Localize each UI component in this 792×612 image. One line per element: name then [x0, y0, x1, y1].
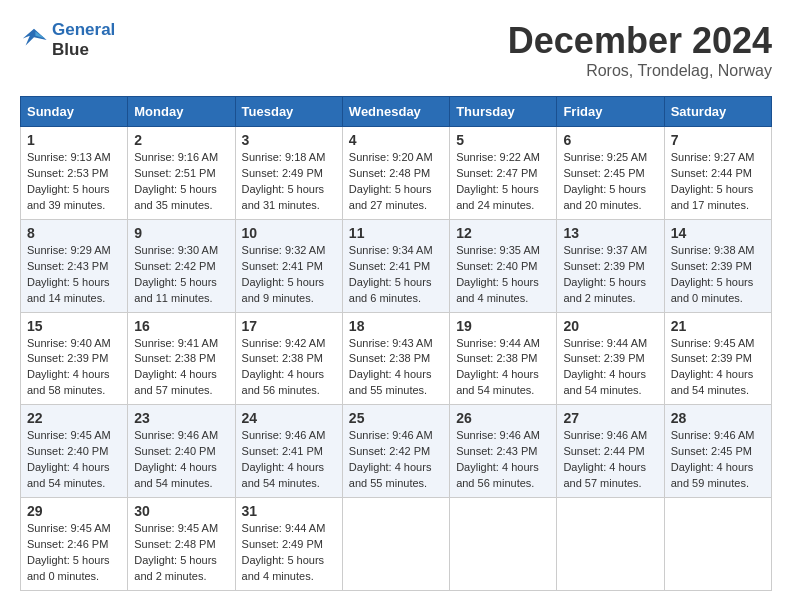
day-number: 8 [27, 225, 121, 241]
day-number: 11 [349, 225, 443, 241]
day-number: 5 [456, 132, 550, 148]
day-info: Sunrise: 9:20 AM Sunset: 2:48 PM Dayligh… [349, 150, 443, 214]
day-number: 23 [134, 410, 228, 426]
day-number: 30 [134, 503, 228, 519]
logo: General Blue [20, 20, 115, 61]
day-number: 18 [349, 318, 443, 334]
weekday-header-thursday: Thursday [450, 97, 557, 127]
day-info: Sunrise: 9:41 AM Sunset: 2:38 PM Dayligh… [134, 336, 228, 400]
day-info: Sunrise: 9:38 AM Sunset: 2:39 PM Dayligh… [671, 243, 765, 307]
day-info: Sunrise: 9:34 AM Sunset: 2:41 PM Dayligh… [349, 243, 443, 307]
calendar-cell: 5Sunrise: 9:22 AM Sunset: 2:47 PM Daylig… [450, 127, 557, 220]
calendar-cell: 6Sunrise: 9:25 AM Sunset: 2:45 PM Daylig… [557, 127, 664, 220]
weekday-header-wednesday: Wednesday [342, 97, 449, 127]
day-number: 6 [563, 132, 657, 148]
calendar-week-2: 8Sunrise: 9:29 AM Sunset: 2:43 PM Daylig… [21, 219, 772, 312]
day-info: Sunrise: 9:46 AM Sunset: 2:42 PM Dayligh… [349, 428, 443, 492]
weekday-header-saturday: Saturday [664, 97, 771, 127]
day-info: Sunrise: 9:32 AM Sunset: 2:41 PM Dayligh… [242, 243, 336, 307]
logo-icon [20, 26, 48, 54]
day-number: 17 [242, 318, 336, 334]
calendar-week-5: 29Sunrise: 9:45 AM Sunset: 2:46 PM Dayli… [21, 498, 772, 591]
calendar-week-3: 15Sunrise: 9:40 AM Sunset: 2:39 PM Dayli… [21, 312, 772, 405]
calendar-cell: 9Sunrise: 9:30 AM Sunset: 2:42 PM Daylig… [128, 219, 235, 312]
day-info: Sunrise: 9:46 AM Sunset: 2:44 PM Dayligh… [563, 428, 657, 492]
calendar-cell: 27Sunrise: 9:46 AM Sunset: 2:44 PM Dayli… [557, 405, 664, 498]
day-info: Sunrise: 9:46 AM Sunset: 2:41 PM Dayligh… [242, 428, 336, 492]
calendar-cell [664, 498, 771, 591]
calendar-cell: 1Sunrise: 9:13 AM Sunset: 2:53 PM Daylig… [21, 127, 128, 220]
day-number: 13 [563, 225, 657, 241]
weekday-header-friday: Friday [557, 97, 664, 127]
day-info: Sunrise: 9:45 AM Sunset: 2:40 PM Dayligh… [27, 428, 121, 492]
day-info: Sunrise: 9:46 AM Sunset: 2:43 PM Dayligh… [456, 428, 550, 492]
calendar-cell: 23Sunrise: 9:46 AM Sunset: 2:40 PM Dayli… [128, 405, 235, 498]
month-title: December 2024 [508, 20, 772, 62]
day-number: 7 [671, 132, 765, 148]
title-section: December 2024 Roros, Trondelag, Norway [508, 20, 772, 80]
day-number: 19 [456, 318, 550, 334]
day-info: Sunrise: 9:46 AM Sunset: 2:40 PM Dayligh… [134, 428, 228, 492]
day-number: 10 [242, 225, 336, 241]
day-info: Sunrise: 9:22 AM Sunset: 2:47 PM Dayligh… [456, 150, 550, 214]
day-number: 21 [671, 318, 765, 334]
calendar-table: SundayMondayTuesdayWednesdayThursdayFrid… [20, 96, 772, 591]
calendar-cell: 26Sunrise: 9:46 AM Sunset: 2:43 PM Dayli… [450, 405, 557, 498]
day-info: Sunrise: 9:16 AM Sunset: 2:51 PM Dayligh… [134, 150, 228, 214]
day-number: 24 [242, 410, 336, 426]
day-info: Sunrise: 9:40 AM Sunset: 2:39 PM Dayligh… [27, 336, 121, 400]
day-number: 9 [134, 225, 228, 241]
calendar-cell [450, 498, 557, 591]
calendar-cell: 21Sunrise: 9:45 AM Sunset: 2:39 PM Dayli… [664, 312, 771, 405]
day-number: 2 [134, 132, 228, 148]
calendar-cell: 24Sunrise: 9:46 AM Sunset: 2:41 PM Dayli… [235, 405, 342, 498]
calendar-cell: 8Sunrise: 9:29 AM Sunset: 2:43 PM Daylig… [21, 219, 128, 312]
calendar-cell: 3Sunrise: 9:18 AM Sunset: 2:49 PM Daylig… [235, 127, 342, 220]
calendar-cell: 29Sunrise: 9:45 AM Sunset: 2:46 PM Dayli… [21, 498, 128, 591]
day-info: Sunrise: 9:37 AM Sunset: 2:39 PM Dayligh… [563, 243, 657, 307]
weekday-header-tuesday: Tuesday [235, 97, 342, 127]
calendar-cell: 13Sunrise: 9:37 AM Sunset: 2:39 PM Dayli… [557, 219, 664, 312]
day-number: 4 [349, 132, 443, 148]
day-info: Sunrise: 9:29 AM Sunset: 2:43 PM Dayligh… [27, 243, 121, 307]
day-info: Sunrise: 9:44 AM Sunset: 2:38 PM Dayligh… [456, 336, 550, 400]
calendar-header-row: SundayMondayTuesdayWednesdayThursdayFrid… [21, 97, 772, 127]
day-number: 27 [563, 410, 657, 426]
calendar-week-1: 1Sunrise: 9:13 AM Sunset: 2:53 PM Daylig… [21, 127, 772, 220]
day-number: 26 [456, 410, 550, 426]
day-info: Sunrise: 9:44 AM Sunset: 2:39 PM Dayligh… [563, 336, 657, 400]
day-info: Sunrise: 9:27 AM Sunset: 2:44 PM Dayligh… [671, 150, 765, 214]
day-info: Sunrise: 9:45 AM Sunset: 2:48 PM Dayligh… [134, 521, 228, 585]
day-info: Sunrise: 9:25 AM Sunset: 2:45 PM Dayligh… [563, 150, 657, 214]
day-info: Sunrise: 9:46 AM Sunset: 2:45 PM Dayligh… [671, 428, 765, 492]
day-info: Sunrise: 9:13 AM Sunset: 2:53 PM Dayligh… [27, 150, 121, 214]
calendar-cell: 30Sunrise: 9:45 AM Sunset: 2:48 PM Dayli… [128, 498, 235, 591]
day-info: Sunrise: 9:18 AM Sunset: 2:49 PM Dayligh… [242, 150, 336, 214]
day-number: 25 [349, 410, 443, 426]
calendar-cell: 7Sunrise: 9:27 AM Sunset: 2:44 PM Daylig… [664, 127, 771, 220]
logo-text: General Blue [52, 20, 115, 61]
day-number: 14 [671, 225, 765, 241]
day-info: Sunrise: 9:44 AM Sunset: 2:49 PM Dayligh… [242, 521, 336, 585]
page-header: General Blue December 2024 Roros, Tronde… [20, 20, 772, 80]
day-number: 1 [27, 132, 121, 148]
calendar-cell: 28Sunrise: 9:46 AM Sunset: 2:45 PM Dayli… [664, 405, 771, 498]
calendar-cell: 10Sunrise: 9:32 AM Sunset: 2:41 PM Dayli… [235, 219, 342, 312]
calendar-cell: 17Sunrise: 9:42 AM Sunset: 2:38 PM Dayli… [235, 312, 342, 405]
calendar-cell [557, 498, 664, 591]
calendar-cell: 20Sunrise: 9:44 AM Sunset: 2:39 PM Dayli… [557, 312, 664, 405]
day-info: Sunrise: 9:45 AM Sunset: 2:39 PM Dayligh… [671, 336, 765, 400]
calendar-cell: 19Sunrise: 9:44 AM Sunset: 2:38 PM Dayli… [450, 312, 557, 405]
location: Roros, Trondelag, Norway [508, 62, 772, 80]
calendar-cell: 18Sunrise: 9:43 AM Sunset: 2:38 PM Dayli… [342, 312, 449, 405]
calendar-cell: 25Sunrise: 9:46 AM Sunset: 2:42 PM Dayli… [342, 405, 449, 498]
day-number: 3 [242, 132, 336, 148]
calendar-cell: 22Sunrise: 9:45 AM Sunset: 2:40 PM Dayli… [21, 405, 128, 498]
day-info: Sunrise: 9:43 AM Sunset: 2:38 PM Dayligh… [349, 336, 443, 400]
day-number: 22 [27, 410, 121, 426]
day-number: 29 [27, 503, 121, 519]
calendar-cell: 31Sunrise: 9:44 AM Sunset: 2:49 PM Dayli… [235, 498, 342, 591]
day-number: 15 [27, 318, 121, 334]
weekday-header-sunday: Sunday [21, 97, 128, 127]
day-info: Sunrise: 9:42 AM Sunset: 2:38 PM Dayligh… [242, 336, 336, 400]
